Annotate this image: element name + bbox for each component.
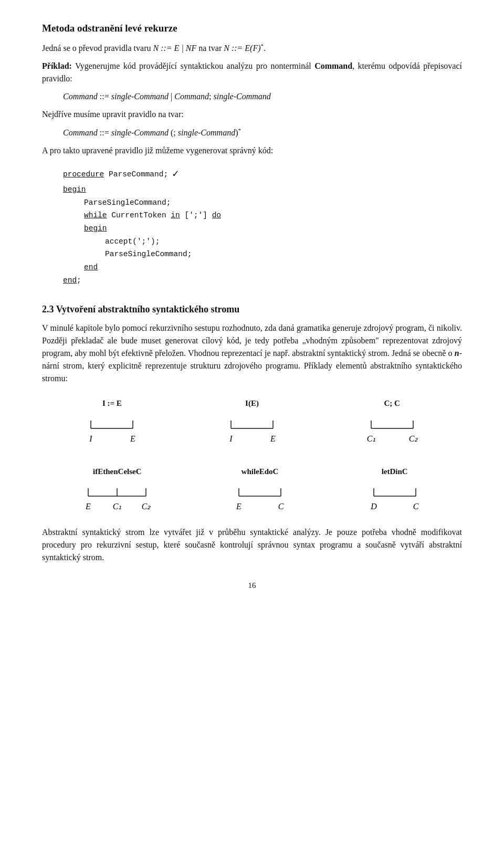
code-parsesingle2: ParseSingleCommand;	[105, 248, 462, 261]
tree6-svg: D C	[369, 480, 421, 521]
svg-text:C₂: C₂	[142, 502, 151, 511]
code-line-1: procedure ParseCommand; ✓	[63, 165, 462, 183]
tree-assign: I := E I E	[86, 397, 138, 453]
section-subtitle-para: Jedná se o převod pravidla tvaru N ::= E…	[42, 41, 462, 55]
code-parsesingle1: ParseSingleCommand;	[84, 196, 462, 209]
rule-t-single2: single-Command	[178, 128, 235, 137]
tree1-svg: I E	[86, 413, 138, 453]
para1-n: n	[455, 349, 459, 358]
tree5-root-label: whileEdoC	[242, 466, 279, 478]
rule-comment: A pro takto upravené pravidlo již můžeme…	[42, 144, 462, 157]
tree1-root-label: I := E	[102, 397, 122, 410]
tree-let: letDinC D C	[369, 466, 421, 521]
code-while: while CurrentToken in [';'] do	[84, 209, 462, 222]
subtitle-math1: N ::= E | NF	[153, 44, 196, 52]
svg-text:C: C	[278, 502, 284, 511]
code-accept: accept(';');	[105, 235, 462, 248]
tree4-svg: E C₁ C₂	[83, 480, 151, 521]
rule-single: single-Command	[111, 92, 169, 101]
tree3-svg: C₁ C₂	[366, 413, 418, 453]
svg-text:D: D	[370, 502, 377, 511]
subtitle-period: .	[264, 44, 266, 52]
rule-t-single: single-Command	[111, 128, 169, 137]
tree2-root-label: I(E)	[245, 397, 259, 410]
rule-command2: Command	[174, 92, 209, 101]
section2-heading: 2.3 Vytvoření abstraktního syntaktického…	[42, 302, 462, 317]
tree-if: ifEthenCelseC E C₁ C₂	[83, 466, 151, 521]
rule-intro: Nejdříve musíme upravit pravidlo na tvar…	[42, 108, 462, 121]
example-command: Command	[314, 61, 352, 70]
subtitle-math2: N ::= E(F)	[224, 44, 260, 52]
code-end1: end	[84, 261, 462, 274]
tree2-svg: I E	[226, 413, 278, 453]
svg-text:E: E	[130, 434, 135, 443]
section2-title-text: Vytvoření abstraktního syntaktického str…	[56, 304, 240, 314]
tree-call: I(E) I E	[226, 397, 278, 453]
code-parsecommand: ParseCommand;	[104, 168, 168, 181]
code-end2: end;	[63, 274, 462, 287]
svg-text:C₂: C₂	[408, 434, 418, 443]
svg-text:I: I	[89, 434, 93, 443]
tree3-root-label: C; C	[384, 397, 400, 410]
subtitle-text2: na tvar	[196, 44, 224, 52]
section2-para1: V minulé kapitole bylo pomocí rekurzivní…	[42, 322, 462, 385]
tree-while: whileEdoC E C	[234, 466, 286, 521]
code-block: procedure ParseCommand; ✓ begin ParseSin…	[63, 165, 462, 287]
tree4-root-label: ifEthenCelseC	[93, 466, 142, 478]
svg-text:E: E	[270, 434, 276, 443]
svg-text:I: I	[229, 434, 233, 443]
svg-text:E: E	[85, 502, 91, 511]
code-procedure: procedure	[63, 168, 104, 181]
tree5-svg: E C	[234, 480, 286, 521]
subtitle-text: Jedná se o převod pravidla tvaru	[42, 44, 153, 52]
page-number: 16	[42, 580, 462, 592]
code-begin: begin	[63, 183, 462, 196]
svg-text:C₁: C₁	[113, 502, 122, 511]
checkmark-icon: ✓	[172, 165, 178, 183]
tree-seq: C; C C₁ C₂	[366, 397, 418, 453]
rule-t-command: Command	[63, 128, 98, 137]
section2-number: 2.3	[42, 304, 54, 314]
tree6-root-label: letDinC	[382, 466, 408, 478]
svg-text:C: C	[413, 502, 418, 511]
rule-transformed-line: Command ::= single-Command (; single-Com…	[63, 126, 462, 139]
trees-row-1: I := E I E I(E) I E	[42, 397, 462, 453]
example-text: Vygenerujme kód provádějící syntaktickou…	[72, 61, 314, 70]
example-para: Příklad: Vygenerujme kód provádějící syn…	[42, 60, 462, 85]
section-title: Metoda odstranění levé rekurze	[42, 21, 462, 36]
para1-text: V minulé kapitole bylo pomocí rekurzivní…	[42, 323, 462, 358]
code-begin2: begin	[84, 222, 462, 235]
svg-text:C₁: C₁	[366, 434, 375, 443]
trees-row-2: ifEthenCelseC E C₁ C₂ whileEdoC E C	[42, 466, 462, 521]
rule-single2: single-Command	[213, 92, 270, 101]
rule-line: Command ::= single-Command | Command; si…	[63, 90, 462, 103]
rule-t-sup: *	[238, 127, 241, 133]
section2-para2: Abstraktní syntaktický strom lze vytváře…	[42, 526, 462, 564]
svg-text:E: E	[236, 502, 242, 511]
rule-command-label: Command	[63, 92, 98, 101]
example-label: Příklad:	[42, 61, 72, 70]
